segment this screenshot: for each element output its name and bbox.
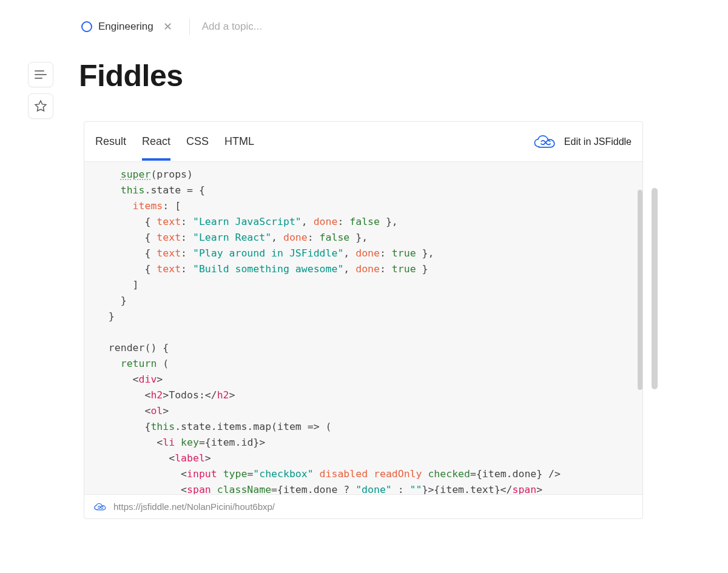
page-title: Fiddles: [79, 58, 183, 93]
remove-topic-button[interactable]: ✕: [160, 21, 176, 32]
svg-rect-1: [35, 74, 47, 75]
fiddle-url[interactable]: https://jsfiddle.net/NolanPicini/hout6bx…: [113, 501, 275, 512]
favorite-button[interactable]: [28, 93, 53, 119]
separator: [189, 18, 190, 35]
tab-html[interactable]: HTML: [224, 123, 254, 160]
tab-css[interactable]: CSS: [186, 123, 209, 160]
code-editor[interactable]: super(props) this.state = { items: [ { t…: [84, 162, 642, 494]
toc-button[interactable]: [28, 62, 53, 87]
star-icon: [34, 99, 47, 113]
topic-label: Engineering: [98, 21, 153, 33]
jsfiddle-embed: Result React CSS HTML Edit in JSFiddle s…: [84, 121, 643, 519]
tab-result[interactable]: Result: [95, 123, 126, 160]
edit-link-label: Edit in JSFiddle: [564, 136, 632, 147]
jsfiddle-small-icon: [93, 502, 107, 512]
code-scrollbar[interactable]: [638, 190, 642, 390]
add-topic-input[interactable]: Add a topic...: [198, 21, 262, 33]
list-icon: [35, 70, 47, 79]
jsfiddle-icon: [531, 133, 558, 150]
svg-rect-0: [35, 70, 44, 72]
topic-chip[interactable]: Engineering ✕: [79, 18, 181, 35]
tab-react[interactable]: React: [142, 123, 170, 160]
topic-color-icon: [81, 21, 92, 32]
edit-in-jsfiddle-link[interactable]: Edit in JSFiddle: [531, 133, 632, 150]
svg-rect-2: [35, 78, 42, 79]
page-scrollbar[interactable]: [652, 188, 658, 389]
code-content: super(props) this.state = { items: [ { t…: [84, 166, 642, 494]
